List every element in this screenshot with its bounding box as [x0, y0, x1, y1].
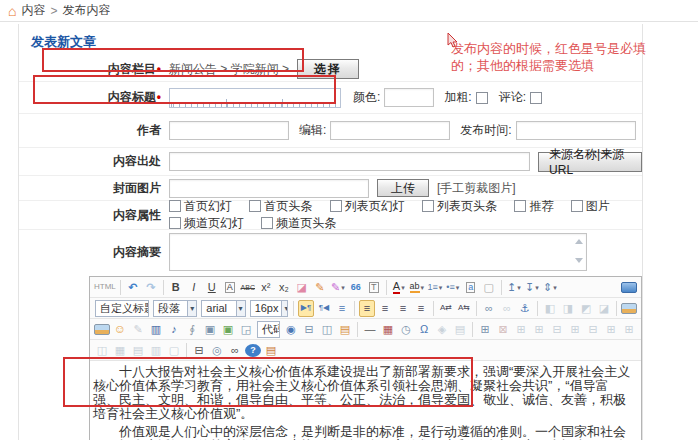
font-color-icon[interactable]: A▾ — [391, 279, 407, 296]
scroll-up-icon[interactable] — [575, 239, 583, 244]
attribute-checkbox[interactable] — [249, 200, 261, 212]
ordered-list-icon[interactable]: 1≡▾ — [427, 279, 443, 296]
superscript-icon[interactable]: x² — [258, 279, 274, 296]
bold-checkbox[interactable] — [476, 92, 488, 104]
html-source-button[interactable]: HTML — [94, 279, 116, 296]
attribute-checkbox[interactable] — [169, 217, 181, 229]
paragraph-format-select[interactable]: 段落▾ — [153, 300, 197, 317]
format-brush-icon[interactable]: ✎ — [312, 279, 328, 296]
undo-icon[interactable]: ↶ — [125, 279, 141, 296]
editor-input[interactable] — [330, 121, 450, 140]
upload-button[interactable]: 上传 — [377, 179, 429, 197]
music-icon[interactable]: ♪ — [166, 321, 182, 338]
attachment-icon[interactable]: ∮ — [184, 321, 200, 338]
photo-album-icon[interactable] — [94, 324, 110, 335]
insert-frame-icon[interactable]: ▣ — [202, 321, 218, 338]
attribute-option[interactable]: 频道页头条 — [261, 216, 336, 230]
attribute-checkbox[interactable] — [330, 200, 342, 212]
search-replace-icon[interactable]: ◉ — [283, 321, 299, 338]
italic-icon[interactable]: I — [186, 279, 202, 296]
paint-format-icon[interactable]: ✎▾ — [330, 279, 346, 296]
attribute-option[interactable]: 推荐 — [514, 199, 553, 213]
attribute-checkbox[interactable] — [514, 200, 526, 212]
date-icon[interactable]: ▦ — [380, 321, 396, 338]
line-height-icon[interactable]: ⇕▾ — [542, 279, 558, 296]
blockquote-icon[interactable]: 66 — [348, 279, 364, 296]
publish-time-input[interactable] — [516, 121, 636, 140]
emotion-icon[interactable]: ☺ — [112, 321, 128, 338]
link-icon[interactable]: ∞ — [481, 300, 497, 317]
font-family-select[interactable]: arial▾ — [201, 300, 245, 317]
source-name-url-button[interactable]: 来源名称|来源URL — [538, 152, 642, 172]
indent-icon[interactable]: ≡ — [334, 300, 350, 317]
horizontal-rule-icon[interactable]: — — [362, 321, 378, 338]
font-size-select[interactable]: 16px▾ — [250, 300, 288, 317]
valign-top-icon[interactable]: ↥▾ — [506, 279, 522, 296]
attribute-option[interactable]: 图片 — [571, 199, 610, 213]
scroll-down-icon[interactable] — [575, 258, 583, 263]
bold-icon[interactable]: B — [168, 279, 184, 296]
code-language-select[interactable]: 代码语言▾ — [257, 321, 280, 338]
home-icon[interactable]: ⌂ — [8, 4, 16, 18]
insert-image-icon[interactable] — [621, 303, 637, 314]
print-icon[interactable]: ⊟ — [191, 342, 207, 359]
eraser-icon[interactable]: ◪ — [294, 279, 310, 296]
summary-textarea[interactable] — [169, 233, 587, 271]
align-center-icon[interactable]: ≡ — [377, 300, 393, 317]
attribute-option[interactable]: 列表页头条 — [422, 199, 497, 213]
highlight-color-icon[interactable]: ab▾ — [409, 279, 425, 296]
author-input[interactable] — [169, 121, 289, 140]
insert-table-icon[interactable]: ⊞ — [477, 321, 493, 338]
find-icon[interactable]: ∞ — [227, 342, 243, 359]
summary-row: 内容摘要 — [19, 230, 642, 274]
rtl-paragraph-icon[interactable]: ¶◀ — [316, 300, 332, 317]
subscript-icon[interactable]: x₂ — [276, 279, 292, 296]
strikethrough-icon[interactable]: ABC — [240, 279, 256, 296]
print-preview-icon[interactable]: ⊟ — [301, 321, 317, 338]
source-input[interactable] — [169, 152, 530, 171]
template-icon[interactable]: ▤ — [337, 321, 353, 338]
chevron-down-icon[interactable]: ▾ — [281, 301, 288, 316]
title-color-input[interactable] — [384, 88, 434, 107]
ltr-paragraph-icon[interactable]: ▶¶ — [298, 300, 314, 317]
anchor-icon[interactable]: ⚓ — [517, 300, 533, 317]
attribute-checkbox[interactable] — [571, 200, 583, 212]
mouse-cursor-icon — [447, 33, 459, 49]
attribute-option[interactable]: 首页幻灯 — [169, 199, 232, 213]
chevron-down-icon[interactable]: ▾ — [236, 301, 245, 316]
attribute-option[interactable]: 频道页幻灯 — [169, 216, 244, 230]
insert-video-icon[interactable]: ▥ — [148, 321, 164, 338]
chevron-down-icon[interactable]: ▾ — [187, 301, 196, 316]
map-icon[interactable]: ▣ — [220, 321, 236, 338]
auto-typeset-icon[interactable]: a — [463, 279, 479, 296]
underline-icon[interactable]: U — [204, 279, 220, 296]
comment-checkbox[interactable] — [530, 92, 542, 104]
align-right-icon[interactable]: ≡ — [395, 300, 411, 317]
paste-icon[interactable]: ▤ — [263, 342, 279, 359]
time-icon[interactable]: ◷ — [398, 321, 414, 338]
attribute-checkbox[interactable] — [169, 200, 181, 212]
fullscreen-monitor-icon[interactable] — [621, 282, 637, 293]
paste-text-icon[interactable]: T — [366, 279, 382, 296]
align-left-icon[interactable]: ≡ — [359, 300, 375, 317]
redo-icon[interactable]: ↷ — [143, 279, 159, 296]
preview-icon[interactable]: ◎ — [209, 342, 225, 359]
letter-spacing-icon[interactable]: A⇄ — [438, 300, 454, 317]
attribute-option[interactable]: 列表页幻灯 — [330, 199, 405, 213]
font-border-icon[interactable]: A — [222, 279, 238, 296]
attribute-checkbox[interactable] — [422, 200, 434, 212]
unordered-list-icon[interactable]: •≡▾ — [445, 279, 461, 296]
custom-heading-select[interactable]: 自定义标题▾ — [95, 300, 149, 317]
attribute-checkbox[interactable] — [261, 217, 273, 229]
word-spacing-icon[interactable]: A⇆ — [456, 300, 472, 317]
breadcrumb-item-content[interactable]: 内容 — [21, 2, 45, 19]
columns-icon[interactable]: ◫ — [319, 321, 335, 338]
valign-bottom-icon[interactable]: ↧▾ — [524, 279, 540, 296]
screenshot-icon[interactable]: ◲ — [238, 321, 254, 338]
blank-doc-icon[interactable]: ▢ — [481, 279, 497, 296]
help-icon[interactable]: ? — [245, 344, 261, 357]
align-justify-icon[interactable]: ≡ — [413, 300, 429, 317]
attribute-option[interactable]: 首页头条 — [249, 199, 312, 213]
cover-input[interactable] — [169, 179, 369, 198]
special-char-icon[interactable]: Ω — [416, 321, 432, 338]
